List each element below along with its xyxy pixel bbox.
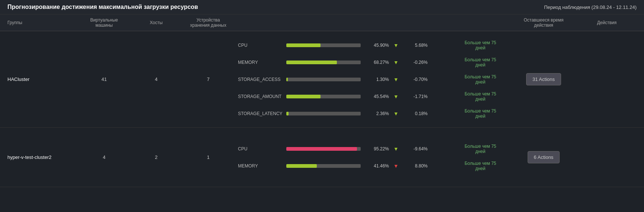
time-storage-amount-hacluster: Больше чем 75дней [451, 88, 510, 105]
bar-fill-cpu-hyperv [286, 147, 357, 151]
arrow-memory-hyperv: ▼ [390, 163, 402, 169]
cluster-storage-hyperv: 1 [178, 154, 238, 160]
pct-storage-latency: 2.36% [361, 111, 390, 116]
time-storage-latency-hacluster: Больше чем 75дней [451, 105, 510, 122]
metric-label-storage-latency: STORAGE_LATENCY [238, 111, 286, 116]
bar-fill-memory [286, 61, 337, 64]
pct-memory-hyperv: 41.46% [361, 163, 390, 169]
resource-table: Группы Виртуальныемашины Хосты Устройств… [0, 14, 644, 187]
actions-button-hacluster[interactable]: 31 Actions [526, 73, 561, 85]
delta-cpu: 5.68% [402, 43, 428, 48]
metric-memory-hacluster: MEMORY 68.27% ▼ -0.26% [238, 54, 451, 71]
cluster-row-hyperv: hyper-v-test-cluster2 4 2 1 CPU 95.22% ▼… [0, 128, 644, 187]
pct-cpu-hyperv: 95.22% [361, 146, 390, 151]
cluster-name-hyperv: hyper-v-test-cluster2 [7, 154, 74, 160]
arrow-storage-latency: ▼ [390, 111, 402, 117]
delta-storage-access: -0.70% [402, 77, 428, 82]
table-header-row: Группы Виртуальныемашины Хосты Устройств… [0, 14, 644, 31]
bar-memory-hyperv [286, 164, 361, 168]
arrow-cpu: ▼ [390, 42, 402, 48]
time-cpu-hyperv: Больше чем 75дней [451, 140, 510, 157]
cluster-hosts-hyperv: 2 [134, 154, 178, 160]
bar-memory [286, 61, 361, 64]
bar-storage-amount [286, 95, 361, 98]
delta-storage-latency: 0.18% [402, 111, 428, 116]
time-cpu-hacluster: Больше чем 75дней [451, 37, 510, 54]
arrow-cpu-hyperv: ▼ [390, 146, 402, 152]
arrow-storage-amount: ▼ [390, 94, 402, 100]
metric-storage-access-hacluster: STORAGE_ACCESS 1.30% ▼ -0.70% [238, 71, 451, 88]
time-memory-hacluster: Больше чем 75дней [451, 54, 510, 71]
metrics-col-hacluster: CPU 45.90% ▼ 5.68% MEMORY 68.27% ▼ [238, 33, 451, 126]
metric-label-memory: MEMORY [238, 60, 286, 65]
actions-col-hacluster: 31 Actions [510, 73, 577, 85]
bar-fill-storage-latency [286, 112, 289, 115]
actions-button-hyperv[interactable]: 6 Actions [528, 151, 560, 163]
bar-fill-memory-hyperv [286, 164, 317, 168]
bar-cpu-hyperv [286, 147, 361, 151]
bar-storage-latency [286, 112, 361, 115]
delta-memory: -0.26% [402, 60, 428, 65]
delta-memory-hyperv: 8.80% [402, 163, 428, 169]
col-storage: Устройствахранения данных [178, 17, 238, 28]
metric-storage-amount-hacluster: STORAGE_AMOUNT 45.54% ▼ -1.71% [238, 88, 451, 105]
cluster-name-hacluster: HACluster [7, 76, 74, 82]
metrics-col-hyperv: CPU 95.22% ▼ -9.64% MEMORY 41.46% ▼ [238, 137, 451, 178]
metric-label-storage-access: STORAGE_ACCESS [238, 77, 286, 82]
actions-col-hyperv: 6 Actions [510, 151, 577, 163]
time-col-hacluster: Больше чем 75дней Больше чем 75дней Боль… [451, 33, 510, 126]
col-groups: Группы [7, 20, 74, 25]
pct-cpu: 45.90% [361, 43, 390, 48]
col-remaining-time: Оставшееся времядействия [510, 17, 577, 28]
col-actions: Действия [577, 20, 637, 25]
metric-cpu-hyperv: CPU 95.22% ▼ -9.64% [238, 140, 451, 157]
page-title: Прогнозирование достижения максимальной … [7, 4, 198, 10]
time-col-hyperv: Больше чем 75дней Больше чем 75дней [451, 137, 510, 178]
pct-memory: 68.27% [361, 60, 390, 65]
bar-fill-storage-amount [286, 95, 321, 98]
cluster-vms-hyperv: 4 [74, 154, 134, 160]
pct-storage-amount: 45.54% [361, 94, 390, 99]
delta-cpu-hyperv: -9.64% [402, 146, 428, 151]
bar-storage-access [286, 78, 361, 81]
bar-fill-cpu [286, 43, 321, 47]
metric-storage-latency-hacluster: STORAGE_LATENCY 2.36% ▼ 0.18% [238, 105, 451, 122]
pct-storage-access: 1.30% [361, 77, 390, 82]
arrow-storage-access: ▼ [390, 76, 402, 82]
arrow-memory: ▼ [390, 59, 402, 65]
time-storage-access-hacluster: Больше чем 75дней [451, 71, 510, 88]
cluster-storage-hacluster: 7 [178, 76, 238, 82]
col-hosts: Хосты [134, 20, 178, 25]
metric-label-storage-amount: STORAGE_AMOUNT [238, 94, 286, 99]
metric-label-cpu: CPU [238, 43, 286, 48]
time-memory-hyperv: Больше чем 75дней [451, 157, 510, 175]
cluster-vms-hacluster: 41 [74, 76, 134, 82]
cluster-hosts-hacluster: 4 [134, 76, 178, 82]
metric-memory-hyperv: MEMORY 41.46% ▼ 8.80% [238, 157, 451, 175]
bar-fill-storage-access [286, 78, 288, 81]
delta-storage-amount: -1.71% [402, 94, 428, 99]
observation-period: Период наблюдения (29.08.24 - 12.11.24) [544, 4, 637, 10]
metric-cpu-hacluster: CPU 45.90% ▼ 5.68% [238, 37, 451, 54]
metric-label-cpu-hyperv: CPU [238, 146, 286, 151]
col-vms: Виртуальныемашины [74, 17, 134, 28]
page-header: Прогнозирование достижения максимальной … [0, 0, 644, 14]
bar-cpu [286, 43, 361, 47]
metric-label-memory-hyperv: MEMORY [238, 163, 286, 169]
cluster-row-hacluster: HACluster 41 4 7 CPU 45.90% ▼ 5.68% M [0, 31, 644, 128]
